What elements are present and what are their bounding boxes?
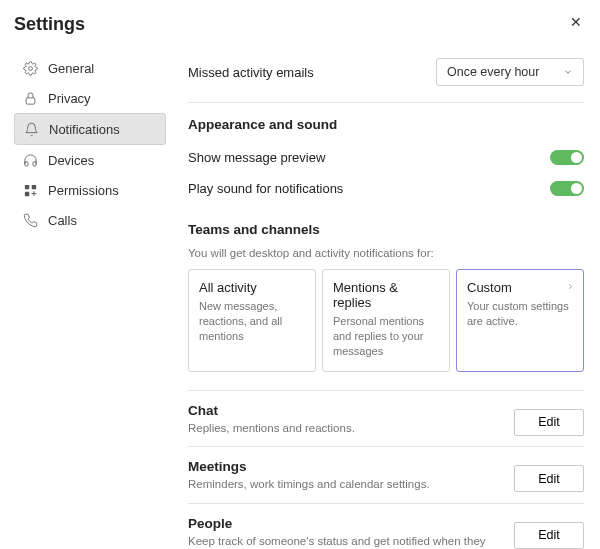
svg-point-0 [28, 66, 32, 70]
sidebar-item-label: Privacy [48, 91, 91, 106]
edit-chat-button[interactable]: Edit [514, 409, 584, 436]
section-desc: Reminders, work timings and calendar set… [188, 477, 502, 493]
settings-title: Settings [14, 14, 166, 35]
teams-card-custom[interactable]: Custom Your custom settings are active. [456, 269, 584, 372]
sidebar-item-label: General [48, 61, 94, 76]
section-title: Chat [188, 403, 502, 418]
sidebar-item-notifications[interactable]: Notifications [14, 113, 166, 145]
headset-icon [22, 152, 38, 168]
missed-emails-dropdown[interactable]: Once every hour [436, 58, 584, 86]
svg-rect-2 [24, 184, 28, 188]
lock-icon [22, 90, 38, 106]
card-title: Mentions & replies [333, 280, 439, 310]
missed-emails-label: Missed activity emails [188, 65, 314, 80]
sidebar-item-general[interactable]: General [14, 53, 166, 83]
card-desc: Your custom settings are active. [467, 299, 573, 329]
sidebar-item-label: Notifications [49, 122, 120, 137]
close-button[interactable]: ✕ [570, 14, 582, 30]
section-people: People Keep track of someone's status an… [188, 503, 584, 549]
section-chat: Chat Replies, mentions and reactions. Ed… [188, 390, 584, 447]
sidebar-item-devices[interactable]: Devices [14, 145, 166, 175]
play-sound-label: Play sound for notifications [188, 181, 343, 196]
main-content: Missed activity emails Once every hour A… [176, 0, 600, 549]
svg-rect-3 [31, 184, 35, 188]
play-sound-toggle[interactable] [550, 181, 584, 196]
sidebar-item-label: Calls [48, 213, 77, 228]
sidebar-item-calls[interactable]: Calls [14, 205, 166, 235]
appearance-heading: Appearance and sound [188, 117, 584, 132]
show-preview-toggle[interactable] [550, 150, 584, 165]
card-title: All activity [199, 280, 305, 295]
svg-rect-4 [24, 191, 28, 195]
section-desc: Replies, mentions and reactions. [188, 421, 502, 437]
bell-icon [23, 121, 39, 137]
card-title: Custom [467, 280, 573, 295]
gear-icon [22, 60, 38, 76]
svg-rect-1 [26, 97, 35, 103]
sidebar: Settings General Privacy Notifications D… [0, 0, 176, 549]
section-meetings: Meetings Reminders, work timings and cal… [188, 446, 584, 503]
chevron-down-icon [563, 67, 573, 77]
divider [188, 102, 584, 103]
section-title: Meetings [188, 459, 502, 474]
teams-heading: Teams and channels [188, 222, 584, 237]
sidebar-item-label: Devices [48, 153, 94, 168]
edit-meetings-button[interactable]: Edit [514, 465, 584, 492]
card-desc: New messages, reactions, and all mention… [199, 299, 305, 344]
edit-people-button[interactable]: Edit [514, 522, 584, 549]
sidebar-item-label: Permissions [48, 183, 119, 198]
teams-subheading: You will get desktop and activity notifi… [188, 247, 584, 259]
teams-card-mentions-replies[interactable]: Mentions & replies Personal mentions and… [322, 269, 450, 372]
chevron-right-icon [566, 282, 575, 291]
phone-icon [22, 212, 38, 228]
sidebar-item-privacy[interactable]: Privacy [14, 83, 166, 113]
card-desc: Personal mentions and replies to your me… [333, 314, 439, 359]
show-preview-label: Show message preview [188, 150, 325, 165]
sidebar-item-permissions[interactable]: Permissions [14, 175, 166, 205]
teams-card-all-activity[interactable]: All activity New messages, reactions, an… [188, 269, 316, 372]
apps-icon [22, 182, 38, 198]
section-desc: Keep track of someone's status and get n… [188, 534, 502, 549]
section-title: People [188, 516, 502, 531]
dropdown-value: Once every hour [447, 65, 539, 79]
